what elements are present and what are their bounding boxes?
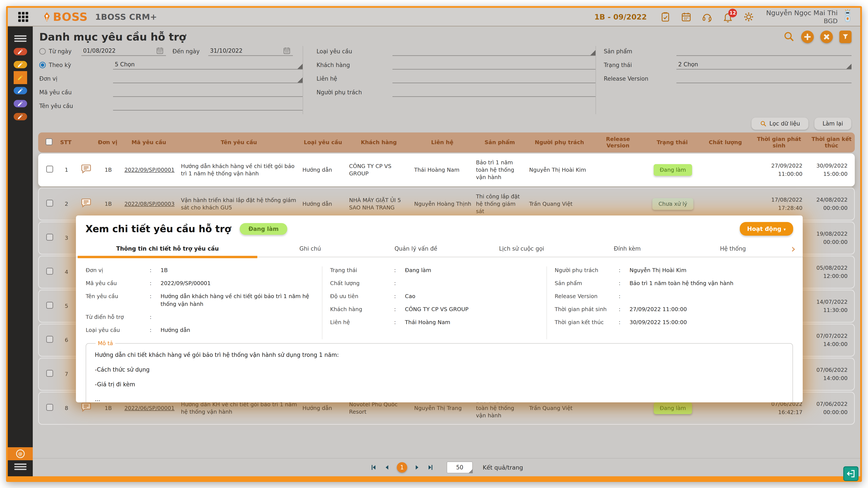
end-time-cell: 05/08/202212:00:00 (809, 264, 854, 280)
close-button[interactable] (820, 31, 833, 43)
status-badge[interactable]: Đang làm (654, 402, 692, 414)
status-badge[interactable]: Đang làm (654, 164, 692, 176)
sidebar-item[interactable] (14, 71, 27, 84)
end-time-cell: 07/07/202214:00:00 (809, 332, 854, 348)
user-block[interactable]: Nguyễn Ngọc Mai Thi BGD (766, 9, 838, 25)
tab-4[interactable]: Lịch sử cuộc gọi (469, 240, 575, 257)
filter-panel: Từ ngày 01/08/2022 Đến ngày 31/10/2022 (39, 46, 851, 114)
comment-cell (76, 197, 96, 211)
row-checkbox[interactable] (46, 302, 53, 309)
logo-text: BOSS (53, 10, 88, 24)
comment-icon[interactable] (80, 163, 92, 175)
avatar[interactable] (841, 9, 854, 25)
app-window: BOSS 1BOSS CRM+ 1B - 09/2022 12 Nguy (6, 6, 862, 482)
column-header: Sản phẩm (473, 139, 526, 146)
row-checkbox[interactable] (46, 336, 53, 343)
tabs-next-chevron-icon[interactable]: › (786, 240, 801, 257)
field-value: Hướng dẫn (160, 326, 316, 334)
calendar-icon[interactable] (681, 11, 692, 23)
modal-field-column: Trạng thái:Đang làmChất lượng:Độ ưu tiên… (322, 266, 547, 339)
release-label: Release Version (604, 74, 676, 83)
bell-icon[interactable]: 12 (722, 11, 734, 23)
status-badge[interactable]: Chưa xử lý (652, 198, 693, 210)
headset-icon[interactable] (702, 11, 713, 23)
field-value: 27/09/2022 11:00:00 (629, 305, 786, 313)
row-checkbox[interactable] (46, 370, 53, 377)
last-page-icon[interactable] (427, 464, 434, 471)
modal-fields: Đơn vị:1BMã yêu cầu:2022/09/SP/00001Tên … (76, 257, 803, 339)
add-button[interactable] (801, 31, 814, 43)
current-page[interactable]: 1 (397, 462, 407, 473)
unit-select[interactable] (113, 73, 303, 83)
tab-6[interactable]: Hệ thống (680, 240, 786, 257)
column-header: Trạng thái (644, 139, 701, 146)
tab-5[interactable]: Đính kèm (575, 240, 680, 257)
row-checkbox[interactable] (46, 234, 53, 241)
comment-icon[interactable] (80, 197, 92, 209)
search-icon (760, 120, 767, 127)
column-header: STT (57, 139, 75, 146)
release-input[interactable] (676, 73, 851, 83)
tab-1[interactable]: Thông tin chi tiết hỗ trợ yêu cầu (78, 240, 257, 257)
customer-input[interactable] (393, 60, 595, 70)
to-date-input[interactable]: 31/10/2022 (208, 46, 293, 56)
first-page-icon[interactable] (370, 464, 377, 471)
tasks-clipboard-icon[interactable] (660, 11, 671, 23)
request-code-link[interactable]: 2022/08/SP/00003 (124, 201, 175, 207)
pen-nib-icon (41, 11, 53, 23)
request-code-link[interactable]: 2022/06/SP/00001 (124, 405, 175, 411)
calendar-icon[interactable] (156, 46, 164, 55)
exit-button[interactable] (843, 466, 859, 481)
type-select[interactable] (393, 46, 595, 56)
start-time-cell: 07/06/202216:42:17 (750, 400, 809, 417)
sidebar-item[interactable] (14, 84, 27, 97)
comment-icon[interactable] (80, 401, 92, 413)
name-input[interactable] (113, 101, 303, 110)
sidebar-bottom-list[interactable] (8, 460, 33, 473)
apps-grid-icon[interactable] (18, 12, 28, 22)
saved-filter-icon[interactable] (839, 31, 851, 43)
modal-tabs: Thông tin chi tiết hỗ trợ yêu cầuGhi chú… (76, 240, 803, 257)
radio-period[interactable] (39, 62, 46, 68)
status-select[interactable]: 2 Chọn (676, 60, 851, 70)
row-checkbox[interactable] (46, 166, 53, 172)
field-label: Loại yêu cầu (86, 326, 150, 334)
app-title: 1BOSS CRM+ (95, 12, 157, 22)
filter-data-button[interactable]: Lọc dữ liệu (751, 117, 808, 130)
sidebar-item[interactable] (14, 97, 27, 110)
sidebar-item-bottom-active[interactable]: @ (8, 447, 33, 460)
column-header: Thời gian phát sinh (750, 136, 808, 149)
request-code-link[interactable]: 2022/09/SP/00001 (124, 167, 175, 173)
per-page-select[interactable]: 50 (447, 461, 473, 473)
gear-icon[interactable] (743, 11, 754, 23)
tab-2[interactable]: Ghi chú (257, 240, 363, 257)
row-checkbox[interactable] (46, 200, 53, 206)
sidebar-item[interactable] (14, 58, 27, 71)
select-all-checkbox[interactable] (45, 138, 53, 145)
period-select[interactable]: 5 Chọn (113, 60, 303, 70)
menu-list-icon (14, 463, 27, 470)
contact-input[interactable] (393, 73, 595, 83)
table-row[interactable]: 11B2022/09/SP/00001Hướng dẫn khách hàng … (38, 154, 855, 187)
field-value: Thái Hoàng Nam (405, 319, 540, 326)
from-date-input[interactable]: 01/08/2022 (81, 46, 166, 56)
comment-cell (76, 163, 96, 177)
next-page-icon[interactable] (413, 464, 421, 471)
reset-button[interactable]: Làm lại (814, 117, 851, 130)
activity-dropdown-button[interactable]: Hoạt động▾ (740, 222, 793, 236)
code-input[interactable] (113, 87, 303, 97)
row-checkbox[interactable] (46, 268, 53, 275)
notification-badge: 12 (728, 9, 737, 17)
assignee-input[interactable] (393, 87, 595, 97)
sidebar-item[interactable] (14, 45, 27, 58)
tab-3[interactable]: Quản lý vấn đề (363, 240, 469, 257)
product-input[interactable] (676, 46, 851, 56)
sidebar-item[interactable] (14, 110, 27, 123)
prev-page-icon[interactable] (383, 464, 391, 471)
radio-from-date[interactable] (39, 48, 46, 55)
calendar-icon[interactable] (282, 46, 291, 55)
search-icon[interactable] (783, 31, 795, 43)
status-cell: Chưa xử lý (644, 198, 702, 210)
sidebar-menu-icon[interactable] (8, 32, 33, 45)
row-checkbox[interactable] (46, 404, 53, 411)
